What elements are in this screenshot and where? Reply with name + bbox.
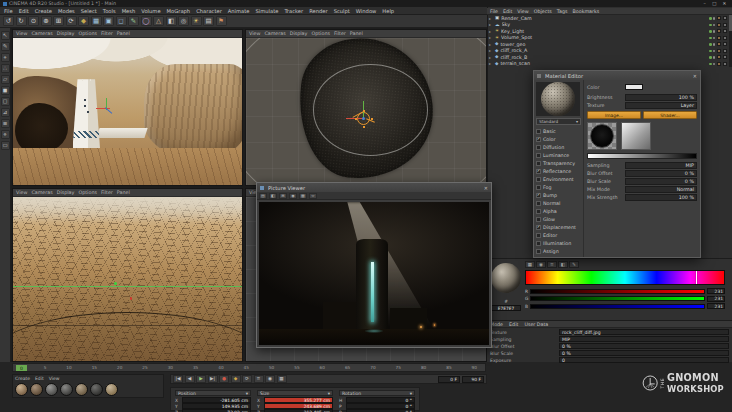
expand-caret-icon[interactable]: ▸ — [489, 61, 493, 66]
slider-track[interactable] — [530, 304, 705, 309]
visibility-toggles[interactable] — [709, 56, 715, 59]
viewport-menu-item[interactable]: Filter — [101, 190, 113, 195]
object-name[interactable]: cliff_rock_B — [500, 55, 707, 60]
expand-caret-icon[interactable]: ▸ — [489, 16, 493, 21]
parameter-field[interactable]: 0 % — [625, 170, 697, 177]
object-manager-menu-item[interactable]: View — [517, 9, 528, 14]
toolbar-icon[interactable]: ◆ — [78, 16, 89, 26]
channel-checkbox[interactable] — [536, 209, 541, 214]
texture-tag-icon[interactable] — [717, 55, 721, 59]
texture-button[interactable]: Shader... — [643, 111, 697, 119]
viewport-menu-item[interactable]: View — [16, 190, 27, 195]
picture-viewer-tool-icon[interactable]: ⇔ — [309, 193, 317, 199]
toolbar-icon[interactable]: ◎ — [178, 16, 189, 26]
attribute-field[interactable]: 0 % — [559, 350, 729, 356]
visibility-toggles[interactable] — [709, 50, 715, 53]
viewport-perspective[interactable]: ViewCamerasDisplayOptionsFilterPanel — [12, 29, 243, 186]
texture-tag-icon[interactable] — [717, 49, 721, 53]
visibility-toggles[interactable] — [709, 24, 715, 27]
object-manager-menu-item[interactable]: Edit — [503, 9, 512, 14]
mode-icon[interactable]: ◼ — [1, 86, 10, 95]
phong-tag-icon[interactable] — [723, 49, 727, 53]
phong-tag-icon[interactable] — [723, 23, 727, 27]
channel-checkbox[interactable] — [536, 249, 541, 254]
editor-visibility-dot[interactable] — [709, 24, 712, 27]
material-channel-row[interactable]: Fog — [536, 183, 581, 191]
render-visibility-dot[interactable] — [713, 43, 716, 46]
toolbar-icon[interactable]: ☀ — [191, 16, 202, 26]
color-mode-icon[interactable]: ◉ — [536, 261, 546, 268]
rotation-dropdown[interactable]: Rotation ▾ — [339, 390, 415, 396]
frame-end-field[interactable]: 90 F — [462, 376, 484, 383]
scale-handle[interactable] — [363, 126, 365, 128]
transport-button[interactable]: ● — [219, 375, 229, 383]
picture-viewer-tool-icon[interactable]: ▤ — [259, 193, 267, 199]
channel-checkbox[interactable] — [536, 161, 541, 166]
menu-item[interactable]: Animate — [228, 8, 250, 14]
toolbar-icon[interactable]: ↻ — [16, 16, 27, 26]
material-channel-row[interactable]: ✓ Color — [536, 135, 581, 143]
material-channel-row[interactable]: Assign — [536, 247, 581, 255]
viewport-menu-item[interactable]: Filter — [101, 31, 113, 36]
viewport-menu-item[interactable]: Display — [57, 31, 75, 36]
texture-tag-icon[interactable] — [717, 42, 721, 46]
object-name[interactable]: Volume_Spot — [501, 35, 707, 40]
picture-viewer-tool-icon[interactable]: ◉ — [289, 193, 297, 199]
transport-button[interactable]: ▦ — [277, 375, 287, 383]
toolbar-icon[interactable]: ◻ — [116, 16, 127, 26]
channel-checkbox[interactable] — [536, 217, 541, 222]
phong-tag-icon[interactable] — [723, 29, 727, 33]
color-mode-icon[interactable]: ≡ — [547, 261, 557, 268]
visibility-toggles[interactable] — [709, 43, 715, 46]
menu-item[interactable]: Create — [35, 8, 52, 14]
material-preview-sphere[interactable] — [541, 82, 575, 116]
viewport-menu-item[interactable]: Options — [78, 31, 97, 36]
parameter-field[interactable]: Normal — [625, 186, 697, 193]
editor-visibility-dot[interactable] — [709, 63, 712, 66]
expand-caret-icon[interactable]: ▸ — [489, 35, 493, 40]
viewport-menu-item[interactable]: Options — [311, 31, 330, 36]
object-manager-menu-item[interactable]: Objects — [534, 9, 552, 14]
material-menu-item[interactable]: Create — [15, 376, 30, 381]
material-channel-row[interactable]: Illumination — [536, 239, 581, 247]
viewport-menu-item[interactable]: View — [249, 31, 260, 36]
material-thumbnail[interactable] — [105, 383, 118, 396]
menu-item[interactable]: Render — [309, 8, 327, 14]
object-row[interactable]: ▸ ☀ Key_Light — [487, 28, 729, 35]
material-channel-row[interactable]: ✓ Reflectance — [536, 167, 581, 175]
object-row[interactable]: ▸ ◆ tower_geo — [487, 41, 729, 48]
render-visibility-dot[interactable] — [713, 30, 716, 33]
picture-viewer-tool-icon[interactable]: ⊞ — [279, 193, 287, 199]
expand-caret-icon[interactable]: ▸ — [489, 42, 493, 47]
object-manager-menu-item[interactable]: Tags — [557, 9, 568, 14]
object-row[interactable]: ▸ ☁ Sky — [487, 22, 729, 29]
toolbar-icon[interactable]: ▣ — [103, 16, 114, 26]
mode-icon[interactable]: ↖ — [1, 31, 10, 40]
expand-caret-icon[interactable]: ▸ — [489, 22, 493, 27]
window-control-button[interactable]: – — [700, 1, 709, 7]
channel-checkbox[interactable] — [536, 145, 541, 150]
scale-handle[interactable] — [363, 110, 365, 112]
toolbar-icon[interactable]: ⟳ — [66, 16, 77, 26]
transport-button[interactable]: |◀ — [173, 375, 183, 383]
material-channel-row[interactable]: Diffusion — [536, 143, 581, 151]
transport-button[interactable]: ▶| — [208, 375, 218, 383]
expand-caret-icon[interactable]: ▸ — [489, 55, 493, 60]
render-visibility-dot[interactable] — [713, 37, 716, 40]
parameter-field[interactable]: 0 % — [625, 178, 697, 185]
transport-button[interactable]: ◆ — [231, 375, 241, 383]
mode-icon[interactable]: ≡ — [1, 119, 10, 128]
toolbar-icon[interactable]: ⊙ — [28, 16, 39, 26]
menu-item[interactable]: Mesh — [122, 8, 136, 14]
slider-value-field[interactable]: 231 — [707, 303, 725, 309]
material-channel-row[interactable]: Alpha — [536, 207, 581, 215]
toolbar-icon[interactable]: ⚑ — [216, 16, 227, 26]
material-thumbnail[interactable] — [30, 383, 43, 396]
viewport-menu-item[interactable]: Cameras — [31, 31, 52, 36]
material-thumbnail[interactable] — [90, 383, 103, 396]
menu-item[interactable]: Modes — [58, 8, 75, 14]
color-mode-icon[interactable]: ◧ — [558, 261, 568, 268]
position-dropdown[interactable]: Position ▾ — [175, 390, 251, 396]
editor-visibility-dot[interactable] — [709, 17, 712, 20]
menu-item[interactable]: Edit — [19, 8, 29, 14]
